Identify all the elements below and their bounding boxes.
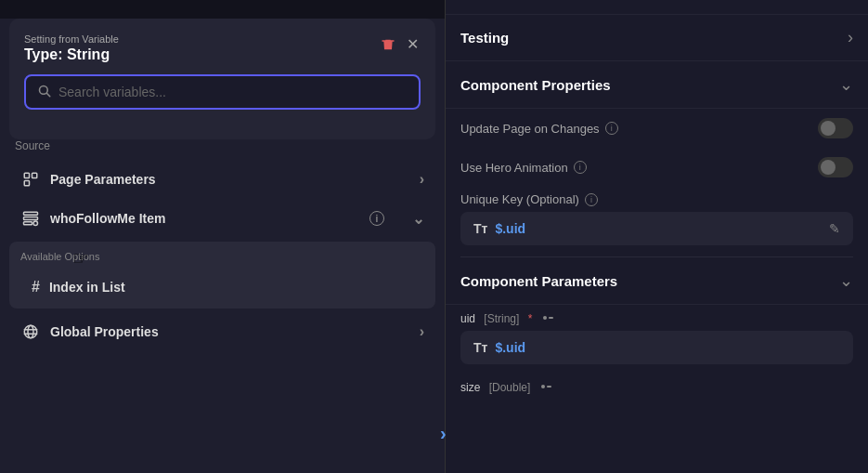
- unique-key-section: Unique Key (Optional) i Tт $.uid ✎: [446, 187, 868, 256]
- page-parameters-label: Page Parameters: [50, 172, 410, 187]
- modal-card: Setting from Variable Type: String ✕: [9, 19, 435, 139]
- svg-point-18: [541, 385, 545, 388]
- component-properties-title: Component Properties: [460, 77, 611, 93]
- testing-section-row: Testing ›: [446, 15, 868, 61]
- unique-key-uid-text: $.uid: [495, 221, 525, 236]
- svg-rect-7: [32, 173, 37, 177]
- whoFollowMe-label: whoFollowMe Item: [50, 211, 360, 226]
- svg-rect-2: [389, 43, 390, 47]
- whoFollowMe-item[interactable]: whoFollowMe Item i ⌄: [9, 199, 435, 238]
- component-parameters-title: Component Parameters: [460, 273, 617, 289]
- component-properties-expand-icon[interactable]: ⌄: [839, 74, 853, 95]
- modal-actions: ✕: [379, 33, 421, 55]
- page-parameters-item[interactable]: Page Parameters ›: [9, 160, 435, 199]
- svg-rect-19: [547, 386, 551, 388]
- uid-tt-icon: Tт: [473, 340, 487, 355]
- unique-key-value: Tт $.uid: [473, 221, 525, 236]
- size-param-name: size: [460, 381, 480, 394]
- uid-param-dots-icon: [541, 312, 556, 325]
- svg-line-4: [46, 93, 49, 96]
- modal-title: Type: String: [24, 46, 421, 63]
- testing-title: Testing: [460, 30, 509, 46]
- available-options-label: Available Options: [20, 247, 424, 266]
- index-in-list-label: Index in List: [49, 280, 125, 295]
- svg-point-16: [543, 316, 547, 320]
- svg-point-11: [33, 221, 38, 226]
- uid-value-display: Tт $.uid: [473, 340, 525, 355]
- variable-picker-panel: Setting from Variable Type: String ✕ Sou…: [0, 0, 446, 473]
- global-chevron-right-icon: ›: [420, 323, 424, 340]
- use-hero-row: Use Hero Animation i: [446, 148, 868, 187]
- edit-icon[interactable]: ✎: [829, 221, 840, 236]
- uid-param-label-row: uid [String] *: [446, 305, 868, 329]
- info-icon: i: [369, 211, 384, 226]
- chevron-right-icon: ›: [420, 171, 424, 188]
- unique-key-box: Tт $.uid ✎: [460, 212, 853, 245]
- uid-param-name: uid: [460, 312, 475, 325]
- use-hero-label: Use Hero Animation i: [460, 161, 587, 175]
- component-parameters-expand-icon[interactable]: ⌄: [839, 270, 853, 291]
- svg-point-13: [28, 325, 33, 338]
- page-icon: [20, 169, 41, 190]
- component-parameters-section-row: Component Parameters ⌄: [446, 257, 868, 305]
- uid-value-section: Tт $.uid: [446, 329, 868, 374]
- size-param-dots-icon: [539, 381, 554, 394]
- source-section: Source Page Parameters › whoFollowMe Ite…: [0, 139, 445, 351]
- panel-arrow: ›: [440, 423, 447, 444]
- tt-icon: Tт: [473, 221, 487, 236]
- uid-param-type: [String]: [481, 312, 519, 325]
- svg-rect-10: [24, 222, 32, 225]
- available-options-section: Available Options # Index in List: [9, 242, 435, 309]
- svg-point-12: [24, 325, 37, 338]
- use-hero-toggle[interactable]: [818, 157, 853, 177]
- uid-value-box: Tт $.uid: [460, 331, 853, 364]
- hash-icon: #: [32, 279, 40, 296]
- testing-expand-icon[interactable]: ›: [848, 28, 853, 47]
- update-page-label: Update Page on Changes i: [460, 122, 618, 136]
- component-properties-section-row: Component Properties ⌄: [446, 61, 868, 109]
- uid-param-required: *: [525, 312, 532, 325]
- size-param-label-row: size [Double]: [446, 374, 868, 398]
- svg-rect-9: [24, 217, 38, 220]
- global-properties-item[interactable]: Global Properties ›: [9, 312, 435, 351]
- uid-value-text: $.uid: [495, 340, 525, 355]
- properties-panel: Testing › Component Properties ⌄ Update …: [446, 0, 868, 473]
- search-box: [24, 74, 421, 110]
- globe-icon: [20, 322, 41, 342]
- svg-rect-17: [549, 317, 553, 319]
- update-page-row: Update Page on Changes i: [446, 109, 868, 148]
- source-label: Source: [9, 139, 435, 152]
- svg-rect-6: [24, 181, 29, 186]
- unique-key-info-icon[interactable]: i: [585, 193, 598, 206]
- update-page-info-icon[interactable]: i: [605, 122, 618, 135]
- search-icon: [37, 84, 51, 100]
- index-in-list-item[interactable]: # Index in List: [20, 271, 424, 303]
- size-param-type: [Double]: [486, 381, 530, 394]
- update-page-toggle[interactable]: [818, 118, 853, 138]
- modal-subtitle: Setting from Variable: [24, 33, 421, 45]
- svg-rect-8: [24, 212, 38, 215]
- global-properties-label: Global Properties: [50, 324, 410, 339]
- close-button[interactable]: ✕: [405, 33, 421, 55]
- top-dim: [0, 0, 445, 19]
- svg-rect-5: [24, 173, 29, 177]
- chevron-down-icon: ⌄: [412, 210, 424, 228]
- use-hero-info-icon[interactable]: i: [574, 161, 587, 174]
- svg-rect-1: [387, 43, 388, 47]
- search-input[interactable]: [58, 85, 408, 99]
- list-data-icon: [20, 208, 41, 229]
- delete-button[interactable]: [379, 35, 397, 54]
- svg-rect-0: [385, 43, 386, 47]
- unique-key-label: Unique Key (Optional) i: [460, 192, 853, 206]
